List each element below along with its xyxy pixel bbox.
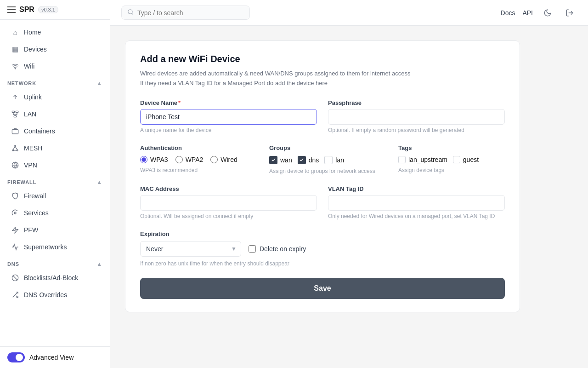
passphrase-hint: Optional. If empty a random password wil… [328, 127, 505, 133]
auth-wired[interactable]: Wired [210, 156, 237, 163]
svg-rect-3 [16, 111, 18, 112]
mac-address-input[interactable] [140, 195, 317, 211]
lan-icon [11, 110, 19, 118]
sidebar-item-supernetworks[interactable]: Supernetworks [4, 239, 106, 255]
docs-link[interactable]: Docs [501, 9, 515, 17]
auth-wpa2[interactable]: WPA2 [175, 156, 204, 163]
auth-wpa2-input[interactable] [175, 156, 183, 163]
nav-section-network[interactable]: NETWORK ▲ [0, 76, 110, 88]
passphrase-input[interactable] [328, 109, 505, 125]
sidebar: SPR v0.3.1 ⌂ Home ▦ Devices Wifi [0, 0, 110, 368]
svg-point-23 [128, 10, 132, 14]
group-dns[interactable]: dns [298, 156, 319, 164]
name-passphrase-row: Device Name* A unique name for the devic… [140, 99, 505, 133]
search-container[interactable] [121, 6, 250, 20]
nav-section-dns[interactable]: DNS ▲ [0, 257, 110, 269]
tag-lan-upstream-checkbox[interactable] [398, 156, 406, 163]
sidebar-item-supernetworks-label: Supernetworks [24, 243, 67, 251]
device-name-group: Device Name* A unique name for the devic… [140, 99, 317, 133]
sidebar-item-services-label: Services [24, 209, 49, 217]
svg-line-14 [15, 147, 17, 150]
auth-hint: WPA3 is recommended [140, 167, 247, 173]
group-wan[interactable]: wan [269, 156, 292, 164]
tags-hint: Assign device tags [398, 167, 505, 173]
sidebar-item-services[interactable]: Services [4, 205, 106, 221]
sidebar-item-containers[interactable]: Containers [4, 123, 106, 139]
blocklists-icon [11, 274, 19, 282]
svg-line-13 [13, 147, 15, 150]
main-topbar: Docs API [110, 0, 588, 26]
chevron-up-icon-2: ▲ [96, 179, 102, 185]
sidebar-item-home[interactable]: ⌂ Home [4, 24, 106, 40]
svg-rect-9 [12, 130, 18, 134]
tag-lan-upstream[interactable]: lan_upstream [398, 156, 447, 163]
sidebar-item-wifi[interactable]: Wifi [4, 58, 106, 75]
delete-on-expiry-checkbox[interactable] [249, 245, 256, 253]
form-title: Add a new WiFi Device [140, 54, 505, 64]
group-lan-checkbox[interactable] [324, 156, 333, 164]
auth-wpa3[interactable]: WPA3 [140, 156, 168, 163]
group-wan-checkbox[interactable] [269, 156, 277, 164]
groups-hint: Assign device to groups for network acce… [269, 168, 376, 174]
form-subtitle: Wired devices are added automatically & … [140, 69, 505, 88]
nav-section-firewall-label: FIREWALL [7, 179, 36, 185]
sidebar-footer: Advanced View [0, 346, 110, 368]
auth-wired-input[interactable] [210, 156, 218, 163]
mesh-icon [11, 144, 19, 152]
sidebar-item-vpn-label: VPN [24, 161, 37, 169]
page-content: Add a new WiFi Device Wired devices are … [110, 26, 588, 368]
sidebar-item-dns-overrides-label: DNS Overrides [24, 291, 67, 299]
required-indicator: * [178, 99, 181, 106]
logo-text: SPR [19, 6, 34, 14]
sidebar-item-containers-label: Containers [24, 127, 55, 135]
sidebar-header: SPR v0.3.1 [0, 0, 110, 20]
expiration-select[interactable]: Never 1 Hour 24 Hours 7 Days [140, 241, 241, 257]
tags-section: Tags lan_upstream guest Assign device ta… [398, 144, 505, 174]
uplink-icon [11, 93, 19, 101]
sidebar-item-wifi-label: Wifi [24, 63, 34, 70]
delete-on-expiry-label[interactable]: Delete on expiry [249, 245, 306, 253]
sidebar-item-uplink[interactable]: Uplink [4, 89, 106, 105]
sidebar-item-pfw[interactable]: PFW [4, 222, 106, 238]
api-link[interactable]: API [522, 9, 533, 17]
sidebar-item-lan[interactable]: LAN [4, 106, 106, 122]
tag-guest[interactable]: guest [453, 156, 479, 163]
mac-address-hint: Optional. Will be assigned on connect if… [140, 213, 317, 219]
sidebar-item-blocklists[interactable]: Blocklists/Ad-Block [4, 270, 106, 286]
group-lan[interactable]: lan [324, 156, 344, 164]
expiration-hint: If non zero has unix time for when the e… [140, 260, 505, 267]
save-button[interactable]: Save [140, 278, 505, 299]
svg-point-18 [14, 212, 16, 214]
sidebar-item-mesh[interactable]: MESH [4, 140, 106, 156]
auth-radio-group: WPA3 WPA2 Wired [140, 156, 247, 163]
svg-line-24 [132, 13, 133, 15]
mac-address-group: MAC Address Optional. Will be assigned o… [140, 185, 317, 219]
device-name-input[interactable] [140, 109, 317, 125]
auth-wpa3-input[interactable] [140, 156, 147, 163]
delete-on-expiry-text: Delete on expiry [260, 245, 306, 253]
theme-toggle-button[interactable] [540, 6, 555, 20]
menu-icon[interactable] [7, 6, 16, 13]
sidebar-item-firewall[interactable]: Firewall [4, 188, 106, 204]
tag-guest-checkbox[interactable] [453, 156, 460, 163]
logout-button[interactable] [562, 6, 577, 20]
nav-section-firewall[interactable]: FIREWALL ▲ [0, 175, 110, 187]
search-input[interactable] [137, 9, 244, 17]
expiration-row: Never 1 Hour 24 Hours 7 Days ▼ Delete on… [140, 241, 505, 257]
groups-section: Groups wan dns [269, 144, 376, 174]
sidebar-item-dns-overrides[interactable]: DNS Overrides [4, 287, 106, 303]
dns-overrides-icon [11, 291, 19, 299]
advanced-view-toggle[interactable] [7, 352, 25, 362]
add-device-form: Add a new WiFi Device Wired devices are … [125, 40, 520, 312]
sidebar-item-pfw-label: PFW [24, 226, 38, 234]
sidebar-item-devices[interactable]: ▦ Devices [4, 41, 106, 58]
nav-section-network-label: NETWORK [7, 80, 36, 86]
auth-wpa3-label: WPA3 [150, 156, 168, 163]
tag-lan-upstream-label: lan_upstream [408, 156, 447, 163]
group-dns-checkbox[interactable] [298, 156, 306, 164]
sidebar-item-vpn[interactable]: VPN [4, 157, 106, 173]
vlan-tag-input[interactable] [328, 195, 505, 211]
passphrase-label: Passphrase [328, 99, 505, 106]
auth-wpa2-label: WPA2 [186, 156, 204, 163]
sidebar-item-blocklists-label: Blocklists/Ad-Block [24, 274, 78, 282]
